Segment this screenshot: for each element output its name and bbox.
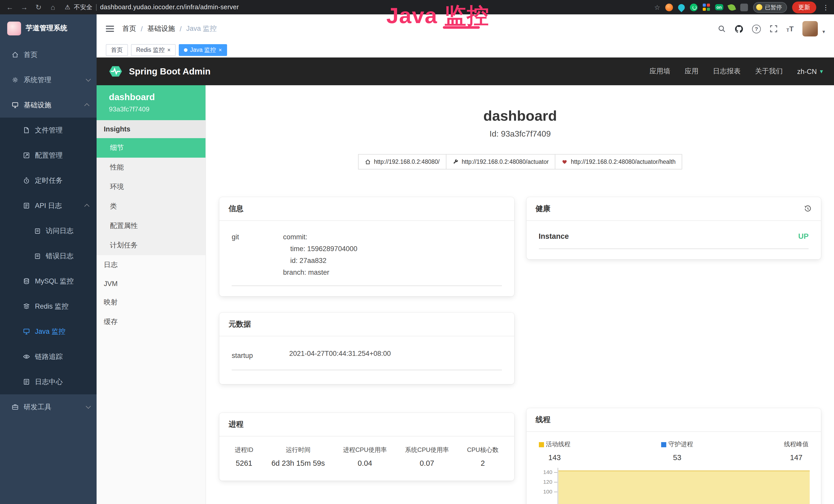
sidebar-item-system[interactable]: 系统管理: [0, 67, 96, 92]
sidebar-item-scheduled-jobs[interactable]: 定时任务: [0, 168, 96, 193]
sidebar-item-mappings[interactable]: 映射: [96, 293, 205, 312]
close-icon[interactable]: ×: [219, 47, 222, 53]
legend-col: 线程峰值 147: [784, 440, 809, 462]
sidebar-item-log-center[interactable]: 日志中心: [0, 369, 96, 394]
java-monitor-icon: [23, 328, 30, 335]
sidebar-item-config-management[interactable]: 配置管理: [0, 143, 96, 168]
git-branch-line: branch: master: [283, 267, 357, 278]
cell-value: 0.07: [405, 459, 449, 467]
extension-icon[interactable]: [727, 3, 736, 11]
address-bar[interactable]: ⚠ 不安全 dashboard.yudao.iocoder.cn/infra/a…: [65, 3, 239, 12]
sidebar-item-redis-monitor[interactable]: Redis 监控: [0, 294, 96, 319]
process-col: CPU核心数 2: [467, 446, 499, 467]
browser-menu-icon[interactable]: ⋮: [822, 3, 829, 11]
sidebar-item-classes[interactable]: 类: [96, 197, 205, 216]
instance-links: http://192.168.0.2:48080/ http://192.168…: [219, 154, 821, 169]
extension-icon[interactable]: [690, 3, 698, 11]
close-icon[interactable]: ×: [167, 47, 171, 53]
git-id-line: id: 27aa832: [283, 255, 357, 267]
main-content: dashboard Id: 93a3fc7f7409 http://192.16…: [206, 85, 834, 504]
user-avatar[interactable]: [803, 21, 818, 37]
instance-url-link[interactable]: http://192.168.0.2:48080/: [358, 154, 446, 169]
info-card: 信息 git commit: time: 1596289704000 id: 2: [219, 197, 514, 296]
sidebar-item-access-logs[interactable]: 访问日志: [0, 218, 96, 244]
menu-label: 配置管理: [35, 151, 63, 160]
card-title: 健康: [535, 204, 550, 214]
card-title: 信息: [228, 204, 243, 214]
sidebar-item-performance[interactable]: 性能: [96, 158, 205, 177]
breadcrumb-item[interactable]: 基础设施: [148, 24, 175, 33]
sidebar-item-java-monitor[interactable]: Java 监控: [0, 319, 96, 344]
health-instance-row: Instance UP: [539, 232, 809, 249]
sba-logo-icon: [108, 64, 123, 79]
menu-label: 系统管理: [24, 75, 51, 85]
fullscreen-icon[interactable]: [770, 25, 778, 33]
extension-on-badge[interactable]: on: [715, 4, 723, 10]
font-size-icon[interactable]: TT: [787, 25, 794, 33]
locale-label: zh-CN: [797, 68, 817, 75]
sba-brand[interactable]: Spring Boot Admin: [129, 66, 211, 77]
process-table: 进程ID 5261 运行时间 6d 23h 15m 59s: [232, 446, 502, 467]
forward-icon[interactable]: →: [20, 3, 29, 11]
github-icon[interactable]: [734, 24, 743, 33]
sidebar-item-environment[interactable]: 环境: [96, 177, 205, 197]
back-icon[interactable]: ←: [5, 3, 14, 11]
sidebar-item-home[interactable]: 首页: [0, 42, 96, 67]
document-log-icon: [23, 378, 30, 386]
browser-home-icon[interactable]: ⌂: [48, 3, 58, 11]
breadcrumb-item[interactable]: 首页: [122, 24, 136, 33]
menu-label: Redis 监控: [35, 302, 69, 311]
actuator-url-link[interactable]: http://192.168.0.2:48080/actuator: [446, 154, 555, 169]
extension-icon[interactable]: [703, 4, 710, 11]
nav-applications[interactable]: 应用: [684, 67, 698, 76]
instance-name: dashboard: [109, 92, 205, 103]
card-title: 元数据: [228, 319, 251, 329]
warning-icon: ⚠: [65, 4, 70, 11]
tab-java-monitor[interactable]: Java 监控 ×: [179, 44, 227, 56]
column-header: 运行时间: [271, 446, 325, 455]
sidebar-item-caches[interactable]: 缓存: [96, 312, 205, 332]
history-icon[interactable]: [804, 205, 812, 212]
sidebar-item-mysql-monitor[interactable]: MySQL 监控: [0, 269, 96, 294]
sidebar-item-error-logs[interactable]: 错误日志: [0, 244, 96, 269]
sidebar-item-jvm[interactable]: JVM: [96, 275, 205, 293]
search-icon[interactable]: [718, 25, 726, 33]
tab-home[interactable]: 首页: [106, 44, 128, 56]
extensions-puzzle-icon[interactable]: [740, 3, 748, 11]
hamburger-icon[interactable]: [106, 26, 114, 32]
extension-icon[interactable]: [665, 3, 673, 11]
bookmark-star-icon[interactable]: ☆: [654, 3, 660, 11]
legend-swatch-daemon: [661, 442, 666, 447]
instance-header[interactable]: dashboard 93a3fc7f7409: [96, 85, 205, 120]
refresh-icon[interactable]: ↻: [34, 3, 43, 11]
nav-wallboard[interactable]: 应用墙: [649, 67, 670, 76]
nav-journal[interactable]: 日志报表: [713, 67, 741, 76]
sidebar-item-logs[interactable]: 日志: [96, 255, 205, 275]
app-sidebar: 芋道管理系统 首页 系统管理 基础设施: [0, 15, 96, 504]
app-logo-row[interactable]: 芋道管理系统: [0, 15, 96, 42]
column-header: 系统CPU使用率: [405, 446, 449, 455]
sidebar-item-config-properties[interactable]: 配置属性: [96, 216, 205, 236]
cell-value: 0.04: [343, 459, 387, 467]
tab-redis-monitor[interactable]: Redis 监控 ×: [131, 44, 176, 56]
health-url-link[interactable]: http://192.168.0.2:48080/actuator/health: [555, 154, 682, 169]
paused-extensions-badge[interactable]: 已暂停: [753, 2, 787, 13]
tab-label: Redis 监控: [136, 46, 164, 54]
sidebar-item-file-management[interactable]: 文件管理: [0, 118, 96, 143]
sidebar-item-api-logs[interactable]: API 日志: [0, 193, 96, 218]
extension-icon[interactable]: [677, 3, 686, 12]
update-button[interactable]: 更新: [792, 1, 816, 13]
sidebar-item-infrastructure[interactable]: 基础设施: [0, 92, 96, 118]
sidebar-item-dev-tools[interactable]: 研发工具: [0, 394, 96, 419]
browser-toolbar: ← → ↻ ⌂ ⚠ 不安全 dashboard.yudao.iocoder.cn…: [0, 0, 834, 15]
sidebar-item-scheduled-tasks[interactable]: 计划任务: [96, 236, 205, 255]
app-title: 芋道管理系统: [26, 24, 67, 33]
edit-icon: [23, 152, 30, 159]
instance-label: Instance: [539, 232, 569, 240]
user-menu-caret-icon[interactable]: ▾: [822, 29, 825, 37]
help-icon[interactable]: ?: [752, 24, 761, 33]
sidebar-item-tracing[interactable]: 链路追踪: [0, 344, 96, 369]
nav-about[interactable]: 关于我们: [755, 67, 783, 76]
sidebar-item-details[interactable]: 细节: [96, 138, 205, 158]
locale-select[interactable]: zh-CN ▾: [797, 68, 823, 75]
